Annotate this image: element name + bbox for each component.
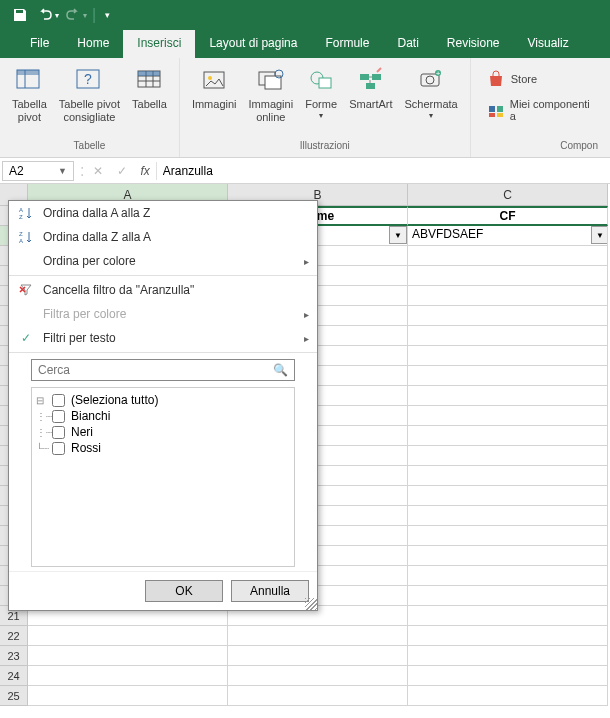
shapes-icon	[305, 64, 337, 96]
filter-ok-button[interactable]: OK	[145, 580, 223, 602]
save-icon[interactable]	[6, 1, 34, 29]
sort-by-color[interactable]: Ordina per colore▸	[9, 249, 317, 273]
cell[interactable]	[408, 686, 608, 706]
my-addins-button[interactable]: Miei componenti a	[487, 98, 594, 122]
cell[interactable]	[408, 426, 608, 446]
svg-text:?: ?	[85, 71, 93, 87]
filter-item[interactable]: ⋮┈Neri	[36, 424, 290, 440]
enter-formula-icon[interactable]: ✓	[110, 164, 134, 178]
filter-cancel-button[interactable]: Annulla	[231, 580, 309, 602]
clear-filter[interactable]: Cancella filtro da "Aranzulla"	[9, 278, 317, 302]
cell[interactable]	[408, 466, 608, 486]
cell[interactable]	[228, 686, 408, 706]
tab-data[interactable]: Dati	[383, 30, 432, 58]
cell[interactable]	[408, 346, 608, 366]
images-button[interactable]: Immagini	[188, 62, 241, 140]
cell[interactable]	[408, 606, 608, 626]
svg-rect-18	[360, 74, 369, 80]
store-button[interactable]: Store	[487, 70, 594, 88]
cell[interactable]	[228, 666, 408, 686]
cell[interactable]	[228, 646, 408, 666]
cell[interactable]	[28, 626, 228, 646]
formula-bar: A2▼ : ✕ ✓ fx	[0, 158, 610, 184]
filter-button-cf[interactable]: ▼	[591, 226, 608, 244]
cell[interactable]	[408, 406, 608, 426]
online-images-icon	[255, 64, 287, 96]
cell[interactable]	[408, 446, 608, 466]
svg-rect-27	[489, 113, 495, 117]
sort-az[interactable]: AZ Ordina dalla A alla Z	[9, 201, 317, 225]
svg-rect-19	[372, 74, 381, 80]
col-header-c[interactable]: C	[408, 184, 608, 206]
cell[interactable]	[408, 366, 608, 386]
text-filters[interactable]: ✓ Filtri per testo▸	[9, 326, 317, 350]
cell[interactable]	[408, 246, 608, 266]
row-header[interactable]: 22	[0, 626, 28, 646]
cell[interactable]	[408, 386, 608, 406]
filter-search-input[interactable]	[32, 360, 267, 380]
table-button[interactable]: Tabella	[128, 62, 171, 140]
filter-item[interactable]: └┈Rossi	[36, 440, 290, 456]
cell-c2[interactable]: ABVFDSAEF ▼	[408, 226, 608, 246]
cancel-formula-icon[interactable]: ✕	[86, 164, 110, 178]
cell[interactable]	[408, 306, 608, 326]
filter-values-list[interactable]: ⊟(Seleziona tutto) ⋮┈Bianchi ⋮┈Neri └┈Ro…	[31, 387, 295, 567]
cell[interactable]	[28, 666, 228, 686]
cell[interactable]	[408, 486, 608, 506]
svg-rect-20	[366, 83, 375, 89]
tab-insert[interactable]: Inserisci	[123, 30, 195, 58]
check-icon: ✓	[17, 331, 35, 345]
cell[interactable]	[408, 506, 608, 526]
tab-view[interactable]: Visualiz	[514, 30, 583, 58]
svg-text:A: A	[19, 207, 23, 213]
row-header[interactable]: 23	[0, 646, 28, 666]
sort-za[interactable]: ZA Ordina dalla Z alla A	[9, 225, 317, 249]
tab-file[interactable]: File	[16, 30, 63, 58]
pivot-table-button[interactable]: Tabella pivot	[8, 62, 51, 140]
cell[interactable]	[408, 666, 608, 686]
online-images-button[interactable]: Immagini online	[245, 62, 298, 140]
cell[interactable]	[408, 286, 608, 306]
svg-rect-17	[319, 78, 331, 88]
cell[interactable]	[408, 326, 608, 346]
store-icon	[487, 70, 505, 88]
resize-handle[interactable]	[305, 598, 317, 610]
cell[interactable]	[28, 646, 228, 666]
cell[interactable]	[408, 586, 608, 606]
name-box[interactable]: A2▼	[2, 161, 74, 181]
cell[interactable]	[28, 686, 228, 706]
ribbon-group-label: Illustrazioni	[300, 140, 350, 153]
customize-qat-icon[interactable]: ▾	[98, 1, 116, 29]
undo-icon[interactable]: ▾	[34, 1, 62, 29]
redo-icon[interactable]: ▾	[62, 1, 90, 29]
ribbon: Tabella pivot ? Tabelle pivot consigliat…	[0, 58, 610, 158]
cell[interactable]	[228, 626, 408, 646]
tab-layout[interactable]: Layout di pagina	[195, 30, 311, 58]
svg-rect-28	[497, 113, 503, 117]
filter-search[interactable]: 🔍	[31, 359, 295, 381]
cell[interactable]	[408, 646, 608, 666]
filter-button-nome[interactable]: ▼	[389, 226, 407, 244]
fx-icon[interactable]: fx	[134, 164, 155, 178]
cell[interactable]	[408, 626, 608, 646]
shapes-button[interactable]: Forme ▾	[301, 62, 341, 140]
row-header[interactable]: 24	[0, 666, 28, 686]
filter-select-all[interactable]: ⊟(Seleziona tutto)	[36, 392, 290, 408]
ribbon-group-label: Tabelle	[74, 140, 106, 153]
row-header[interactable]: 25	[0, 686, 28, 706]
tab-formulas[interactable]: Formule	[311, 30, 383, 58]
svg-text:Z: Z	[19, 214, 23, 220]
filter-item[interactable]: ⋮┈Bianchi	[36, 408, 290, 424]
header-cell-cf[interactable]: CF	[408, 206, 608, 226]
formula-input[interactable]	[156, 162, 610, 180]
cell[interactable]	[408, 546, 608, 566]
cell[interactable]	[408, 266, 608, 286]
screenshot-button[interactable]: + Schermata ▾	[401, 62, 462, 140]
cell[interactable]	[408, 566, 608, 586]
recommended-pivot-button[interactable]: ? Tabelle pivot consigliate	[55, 62, 124, 140]
cell[interactable]	[408, 526, 608, 546]
smartart-button[interactable]: SmartArt	[345, 62, 396, 140]
tab-home[interactable]: Home	[63, 30, 123, 58]
search-icon[interactable]: 🔍	[267, 363, 294, 377]
tab-review[interactable]: Revisione	[433, 30, 514, 58]
